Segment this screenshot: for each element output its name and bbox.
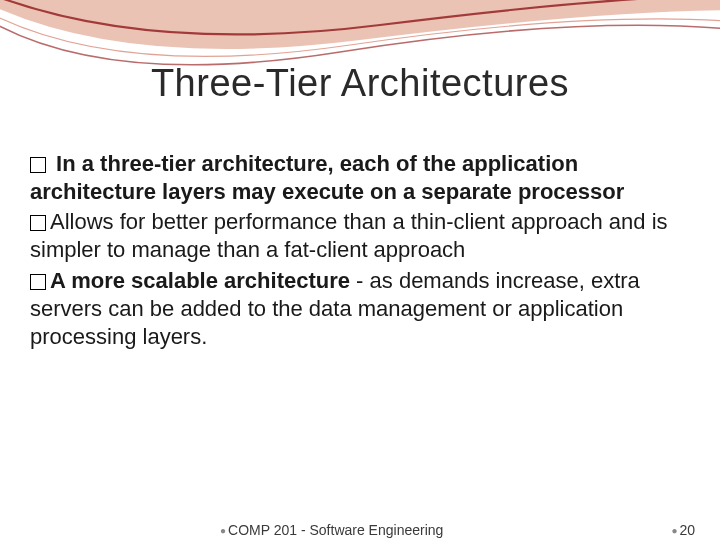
bullet-dot-icon: ● — [220, 525, 226, 536]
bullet-bold-text: A more scalable architecture — [50, 268, 350, 293]
footer-page-text: 20 — [679, 522, 695, 538]
bullet-rest-text: Allows for better performance than a thi… — [30, 209, 668, 262]
slide-body: In a three-tier architecture, each of th… — [30, 150, 690, 353]
square-bullet-icon — [30, 274, 46, 290]
square-bullet-icon — [30, 215, 46, 231]
footer-course-text: COMP 201 - Software Engineering — [228, 522, 443, 538]
bullet-item: Allows for better performance than a thi… — [30, 208, 690, 264]
footer-page-number: ●20 — [671, 522, 695, 538]
bullet-bold-text: In a three-tier architecture, each of th… — [30, 151, 624, 204]
bullet-item: A more scalable architecture - as demand… — [30, 267, 690, 351]
square-bullet-icon — [30, 157, 46, 173]
footer-course-label: ●COMP 201 - Software Engineering — [220, 522, 443, 538]
bullet-dot-icon: ● — [671, 525, 677, 536]
slide-title: Three-Tier Architectures — [0, 62, 720, 105]
bullet-item: In a three-tier architecture, each of th… — [30, 150, 690, 206]
